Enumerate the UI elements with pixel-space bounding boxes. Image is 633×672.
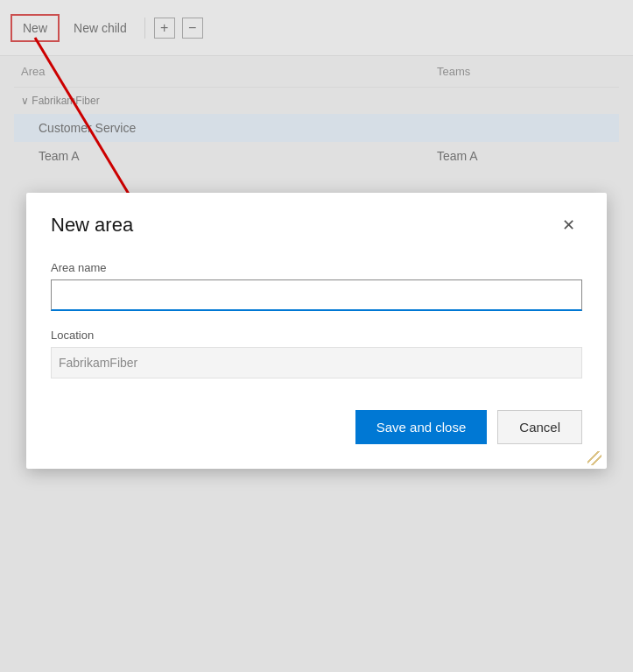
new-area-dialog: New area ✕ Area name Location FabrikamFi… <box>26 193 607 469</box>
area-name-label: Area name <box>51 261 582 274</box>
location-readonly: FabrikamFiber <box>51 347 582 378</box>
dialog-title: New area <box>51 214 133 237</box>
close-dialog-button[interactable]: ✕ <box>555 214 582 237</box>
dialog-header: New area ✕ <box>51 214 582 237</box>
location-label: Location <box>51 329 582 342</box>
dialog-footer: Save and close Cancel <box>51 410 582 444</box>
cancel-button[interactable]: Cancel <box>497 410 582 444</box>
save-and-close-button[interactable]: Save and close <box>355 410 488 444</box>
resize-handle[interactable] <box>587 451 601 465</box>
location-group: Location FabrikamFiber <box>51 329 582 378</box>
area-name-group: Area name <box>51 261 582 311</box>
area-name-input[interactable] <box>51 279 582 311</box>
